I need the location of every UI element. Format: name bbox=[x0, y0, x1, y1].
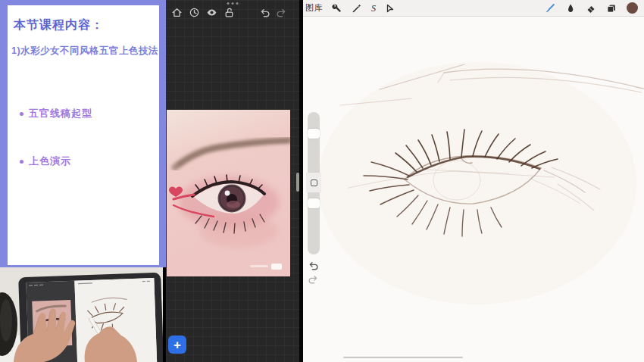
window-options-dots-icon[interactable] bbox=[227, 2, 239, 5]
redo-icon[interactable] bbox=[276, 8, 287, 19]
eye-icon[interactable] bbox=[206, 7, 217, 18]
brush-icon[interactable] bbox=[545, 3, 555, 14]
modify-button[interactable] bbox=[306, 173, 321, 192]
reference-toolbar bbox=[171, 7, 235, 18]
course-bullet-lineart: 五官线稿起型 bbox=[20, 107, 92, 120]
magic-wand-icon[interactable] bbox=[352, 3, 362, 14]
sidebar-redo-icon[interactable] bbox=[308, 274, 319, 286]
split-view-handle[interactable] bbox=[296, 173, 299, 192]
bullet-label: 上色演示 bbox=[29, 154, 71, 168]
screen: 本节课程内容： 1)水彩少女不同风格五官上色技法 五官线稿起型 上色演示 bbox=[0, 0, 644, 362]
timer-icon[interactable] bbox=[189, 7, 200, 18]
paint-toolbar: 图库 S bbox=[303, 0, 644, 17]
course-title: 本节课程内容： bbox=[14, 17, 104, 33]
bullet-dot bbox=[20, 160, 23, 164]
unlock-icon[interactable] bbox=[224, 7, 235, 18]
course-card: 本节课程内容： 1)水彩少女不同风格五官上色技法 五官线稿起型 上色演示 bbox=[8, 5, 159, 265]
selection-icon[interactable]: S bbox=[371, 4, 376, 13]
smudge-icon[interactable] bbox=[565, 3, 576, 14]
webcam-scene bbox=[0, 267, 163, 362]
opacity-slider-handle[interactable] bbox=[308, 198, 320, 208]
add-button-label: + bbox=[174, 339, 181, 351]
reference-window: + bbox=[166, 0, 299, 362]
reference-photo bbox=[167, 110, 290, 276]
eraser-icon[interactable] bbox=[586, 3, 596, 14]
webcam-overlay bbox=[0, 267, 163, 362]
bullet-label: 五官线稿起型 bbox=[29, 107, 92, 120]
gallery-button[interactable]: 图库 bbox=[305, 2, 323, 14]
course-subtitle: 1)水彩少女不同风格五官上色技法 bbox=[11, 45, 158, 58]
layers-icon[interactable] bbox=[606, 3, 617, 14]
color-swatch[interactable] bbox=[627, 2, 638, 14]
toolbar-left-group: 图库 S bbox=[303, 2, 395, 14]
brush-size-slider-handle[interactable] bbox=[308, 129, 320, 139]
bullet-dot bbox=[20, 112, 23, 116]
drawing-canvas[interactable] bbox=[303, 17, 644, 362]
add-button[interactable]: + bbox=[168, 335, 186, 354]
course-panel: 本节课程内容： 1)水彩少女不同风格五官上色技法 五官线稿起型 上色演示 bbox=[0, 0, 166, 267]
course-bullet-coloring: 上色演示 bbox=[20, 154, 71, 168]
reference-undo-redo bbox=[259, 8, 287, 19]
sidebar-undo-icon[interactable] bbox=[308, 261, 319, 272]
toolbar-right-group bbox=[545, 2, 644, 14]
modify-button-square bbox=[311, 179, 317, 186]
wrench-icon[interactable] bbox=[332, 3, 342, 14]
undo-icon[interactable] bbox=[259, 8, 270, 19]
paint-window: 图库 S bbox=[303, 0, 644, 362]
home-indicator[interactable] bbox=[343, 357, 463, 359]
transform-icon[interactable] bbox=[385, 3, 395, 14]
home-icon[interactable] bbox=[171, 7, 183, 18]
